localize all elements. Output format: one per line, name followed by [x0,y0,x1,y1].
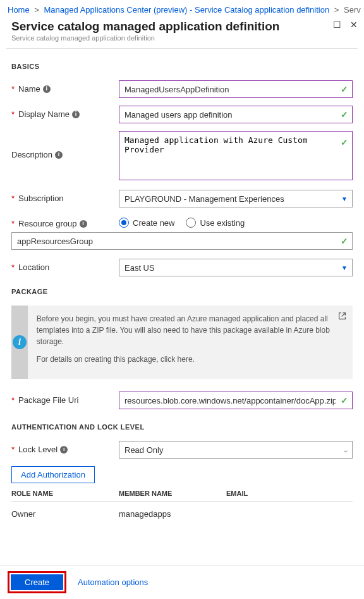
create-button[interactable]: Create [11,574,63,590]
table-row: Owner managedapps [11,502,353,526]
info-icon[interactable]: i [80,220,87,228]
resource-group-input[interactable] [11,232,353,250]
required-marker: * [11,445,15,454]
info-box: i Before you begin, you must have create… [11,306,353,379]
required-marker: * [11,262,15,272]
label-lock-level: Lock Level [18,445,58,454]
cell-member: managedapps [119,509,226,519]
location-select[interactable]: East US [119,259,353,276]
required-marker: * [11,84,15,94]
info-circle-icon: i [13,335,27,349]
info-icon[interactable]: i [72,111,80,118]
label-location: Location [18,262,49,272]
th-email: EMAIL [226,490,353,497]
automation-options-link[interactable]: Automation options [78,577,148,587]
label-package-uri: Package File Uri [18,395,78,405]
breadcrumb-home[interactable]: Home [8,5,30,15]
cell-role: Owner [11,509,119,519]
th-role: ROLE NAME [11,490,119,497]
info-icon[interactable]: i [60,446,68,454]
lock-level-select[interactable]: Read Only [119,441,353,459]
page-subtitle: Service catalog managed application defi… [11,34,356,42]
required-marker: * [11,194,15,203]
info-text-1: Before you begin, you must have created … [37,313,331,347]
breadcrumb-center[interactable]: Managed Applications Center (preview) - … [44,5,330,15]
info-text-2: For details on creating this package, cl… [37,354,331,365]
breadcrumb-tail: Serv [344,5,361,15]
radio-use-existing[interactable]: Use existing [186,218,245,228]
maximize-icon[interactable]: ☐ [333,20,341,30]
th-member: MEMBER NAME [119,490,226,497]
subscription-select[interactable]: PLAYGROUND - Management Experiences [119,190,353,207]
radio-use-existing-label: Use existing [200,218,245,228]
cell-email [226,509,353,519]
info-icon[interactable]: i [43,85,51,93]
label-subscription: Subscription [18,194,64,203]
required-marker: * [11,219,15,228]
chevron-right-icon: > [32,5,42,15]
title-bar: Service catalog managed application defi… [0,18,364,48]
create-highlight-box: Create [8,571,66,593]
authorization-table: ROLE NAME MEMBER NAME EMAIL Owner manage… [11,490,353,526]
radio-create-new[interactable]: Create new [119,218,174,228]
radio-create-new-label: Create new [133,218,174,228]
popout-icon[interactable] [338,312,346,322]
required-marker: * [11,395,15,405]
package-uri-input[interactable] [119,392,353,409]
add-authorization-button[interactable]: Add Authorization [11,466,95,483]
chevron-right-icon: > [332,5,342,15]
section-basics: BASICS [11,63,353,70]
required-marker: * [11,109,15,119]
label-name: Name [18,84,40,94]
section-auth: AUTHENTICATION AND LOCK LEVEL [11,423,353,431]
footer: Create Automation options [0,565,364,599]
close-icon[interactable]: ✕ [350,20,358,30]
label-resource-group: Resource group [18,219,77,228]
name-input[interactable] [119,80,353,98]
display-name-input[interactable] [119,106,353,123]
description-input[interactable]: Managed application with Azure Custom Pr… [119,131,353,180]
label-display-name: Display Name [18,109,70,119]
page-title: Service catalog managed application defi… [11,20,356,34]
label-description: Description [11,150,52,159]
section-package: PACKAGE [11,288,353,295]
info-icon[interactable]: i [55,151,63,159]
breadcrumb: Home > Managed Applications Center (prev… [0,0,364,18]
